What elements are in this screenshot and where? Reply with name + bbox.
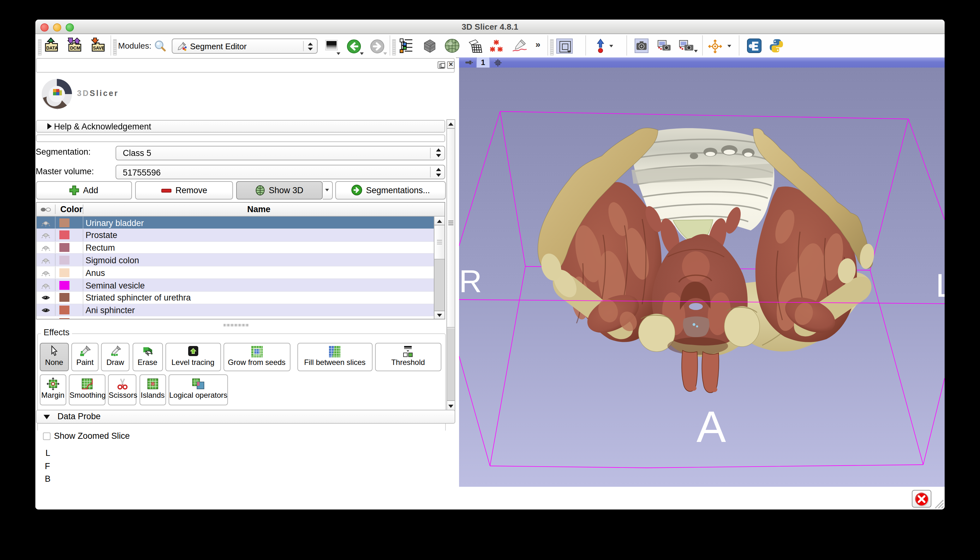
svg-text:SAVE: SAVE [93, 45, 105, 50]
svg-text:L: L [936, 267, 945, 304]
svg-text:A: A [697, 402, 726, 452]
svg-text:R: R [459, 263, 482, 299]
svg-text:DCM: DCM [70, 45, 80, 50]
svg-text:DATA: DATA [46, 45, 58, 50]
